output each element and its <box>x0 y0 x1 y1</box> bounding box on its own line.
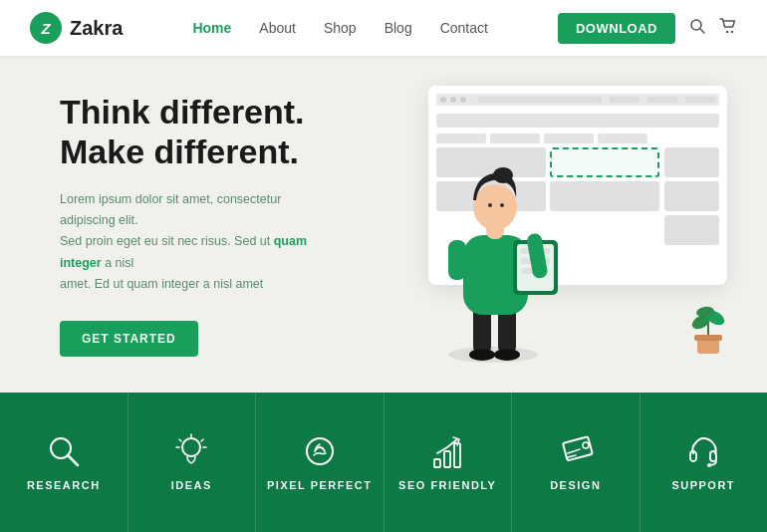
svg-point-46 <box>707 463 711 467</box>
feature-ideas-label: IDEAS <box>171 479 212 491</box>
nav-home[interactable]: Home <box>192 20 231 36</box>
feature-design: DESIGN <box>512 393 640 532</box>
svg-rect-37 <box>434 459 440 467</box>
svg-point-43 <box>583 442 589 448</box>
hero-illustration <box>388 86 727 365</box>
plant-decoration <box>687 300 727 355</box>
feature-design-label: DESIGN <box>550 479 601 491</box>
feature-ideas: IDEAS <box>128 393 257 532</box>
svg-point-19 <box>493 167 513 183</box>
seo-icon <box>429 433 465 469</box>
svg-rect-23 <box>694 335 722 341</box>
design-icon <box>558 433 594 469</box>
main-nav: Home About Shop Blog Contact <box>192 20 487 36</box>
svg-point-7 <box>469 349 495 361</box>
svg-line-33 <box>179 439 181 441</box>
pixel-perfect-icon <box>302 433 338 469</box>
feature-support-label: SUPPORT <box>671 479 735 491</box>
svg-rect-45 <box>710 451 716 461</box>
feature-seo: SEO FRIENDLY <box>384 393 513 532</box>
svg-point-20 <box>488 203 492 207</box>
nav-actions: DOWNLOAD <box>558 13 737 44</box>
cart-icon <box>719 18 737 34</box>
research-icon <box>46 433 82 469</box>
support-icon <box>685 433 721 469</box>
feature-pixel-label: PIXEL PERFECT <box>267 479 372 491</box>
feature-research: RESEARCH <box>0 393 128 532</box>
download-button[interactable]: DOWNLOAD <box>558 13 675 44</box>
nav-shop[interactable]: Shop <box>324 20 357 36</box>
svg-rect-39 <box>454 443 460 467</box>
feature-pixel: PIXEL PERFECT <box>256 393 384 532</box>
svg-line-41 <box>568 449 580 453</box>
svg-point-30 <box>182 438 200 456</box>
header: Z Zakra Home About Shop Blog Contact DOW… <box>0 0 767 56</box>
feature-support: SUPPORT <box>640 393 768 532</box>
person-illustration <box>418 145 578 365</box>
feature-research-label: RESEARCH <box>27 479 101 491</box>
svg-rect-38 <box>444 451 450 467</box>
search-icon <box>689 18 705 34</box>
cart-button[interactable] <box>719 18 737 38</box>
svg-line-29 <box>68 455 78 465</box>
hero-content: Think different. Make different. Lorem i… <box>0 92 339 357</box>
svg-point-21 <box>500 203 504 207</box>
logo: Z Zakra <box>30 12 123 44</box>
svg-point-36 <box>307 438 333 464</box>
nav-contact[interactable]: Contact <box>440 20 488 36</box>
svg-line-32 <box>201 439 203 441</box>
svg-rect-16 <box>448 240 466 280</box>
hero-description: Lorem ipsum dolor sit amet, consectetur … <box>60 189 339 295</box>
svg-point-3 <box>731 31 733 33</box>
svg-point-18 <box>473 184 517 230</box>
hero-section: Think different. Make different. Lorem i… <box>0 56 767 393</box>
nav-about[interactable]: About <box>259 20 296 36</box>
svg-point-8 <box>494 349 520 361</box>
logo-icon: Z <box>30 12 62 44</box>
ideas-icon <box>173 433 209 469</box>
nav-blog[interactable]: Blog <box>384 20 412 36</box>
features-bar: RESEARCH IDEAS PIXEL PERFECT <box>0 393 767 532</box>
logo-name: Zakra <box>70 17 123 40</box>
search-button[interactable] <box>689 18 705 38</box>
svg-line-1 <box>700 29 704 33</box>
svg-line-42 <box>568 455 576 457</box>
hero-title: Think different. Make different. <box>60 92 339 171</box>
svg-point-2 <box>726 31 728 33</box>
get-started-button[interactable]: GET STARTED <box>60 321 198 357</box>
feature-seo-label: SEO FRIENDLY <box>398 479 496 491</box>
